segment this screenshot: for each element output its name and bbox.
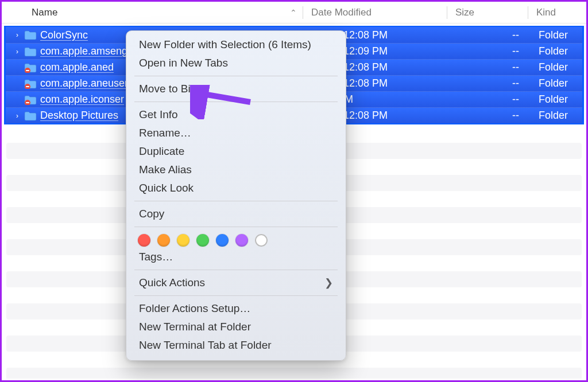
folder-icon [24, 111, 37, 121]
column-header-size[interactable]: Size [447, 7, 528, 18]
menu-label: Quick Look [139, 182, 194, 194]
menu-label: New Folder with Selection (6 Items) [139, 38, 311, 51]
svg-rect-5 [26, 102, 29, 103]
menu-item-move-to-bin[interactable]: Move to Bin [126, 80, 346, 98]
menu-label: Open in New Tabs [139, 57, 228, 69]
file-name[interactable]: com.apple.aned [40, 61, 114, 73]
context-menu: New Folder with Selection (6 Items) Open… [126, 30, 346, 361]
column-header-name-label: Name [32, 7, 57, 18]
column-header-size-label: Size [455, 7, 474, 18]
menu-label: New Terminal at Folder [139, 321, 251, 333]
tag-color-dot[interactable] [216, 234, 229, 247]
column-header-date[interactable]: Date Modified [303, 7, 447, 18]
menu-item-quick-look[interactable]: Quick Look [126, 179, 346, 197]
file-size: -- [450, 77, 531, 89]
file-kind: Folder [531, 110, 582, 122]
file-size: -- [450, 29, 531, 41]
folder-icon [24, 63, 37, 73]
file-name[interactable]: ColorSync [40, 29, 88, 41]
menu-item-new-terminal[interactable]: New Terminal at Folder [126, 318, 346, 336]
file-size: -- [450, 61, 531, 73]
menu-label: Make Alias [139, 163, 192, 176]
svg-rect-1 [26, 70, 29, 71]
menu-item-copy[interactable]: Copy [126, 205, 346, 223]
tag-color-row [126, 231, 346, 248]
menu-item-tags[interactable]: Tags… [126, 248, 346, 266]
menu-item-quick-actions[interactable]: Quick Actions ❯ [126, 274, 346, 292]
tag-color-dot[interactable] [196, 234, 209, 247]
chevron-right-icon: ❯ [324, 276, 333, 289]
menu-separator [134, 102, 338, 102]
tag-color-dot[interactable] [138, 234, 150, 247]
menu-item-duplicate[interactable]: Duplicate [126, 142, 346, 161]
disclosure-triangle-icon[interactable]: › [14, 48, 21, 56]
folder-icon [24, 30, 37, 40]
column-header-date-label: Date Modified [311, 7, 372, 18]
menu-label: Quick Actions [139, 276, 205, 289]
column-header-name[interactable]: Name ⌃ [2, 7, 303, 18]
column-header-row: Name ⌃ Date Modified Size Kind [2, 2, 586, 24]
menu-separator [134, 76, 338, 76]
menu-item-make-alias[interactable]: Make Alias [126, 161, 346, 179]
file-kind: Folder [531, 61, 582, 73]
menu-item-folder-actions[interactable]: Folder Actions Setup… [126, 299, 346, 318]
file-name[interactable]: com.apple.aneuser [40, 77, 128, 89]
menu-item-get-info[interactable]: Get Info [126, 106, 346, 124]
menu-item-new-folder[interactable]: New Folder with Selection (6 Items) [126, 36, 346, 54]
file-kind: Folder [531, 93, 582, 106]
menu-label: Duplicate [139, 145, 184, 158]
file-kind: Folder [531, 29, 582, 41]
menu-label: Get Info [139, 108, 178, 121]
menu-item-rename[interactable]: Rename… [126, 124, 346, 142]
disclosure-triangle-icon[interactable]: › [14, 112, 21, 120]
folder-icon [24, 79, 37, 89]
tag-color-none[interactable] [255, 234, 268, 247]
file-size: -- [450, 110, 531, 122]
tag-color-dot[interactable] [177, 234, 189, 247]
file-kind: Folder [531, 45, 582, 57]
menu-item-open-tabs[interactable]: Open in New Tabs [126, 54, 346, 72]
menu-label: Move to Bin [139, 83, 196, 95]
file-size: -- [450, 45, 531, 57]
folder-icon [24, 46, 37, 57]
disclosure-triangle-icon[interactable]: › [14, 31, 21, 39]
file-name[interactable]: Desktop Pictures [40, 110, 118, 122]
menu-separator [134, 201, 338, 201]
tag-color-dot[interactable] [235, 234, 248, 247]
menu-separator [134, 227, 338, 227]
file-size: -- [450, 93, 531, 106]
menu-label: New Terminal Tab at Folder [139, 339, 272, 352]
file-name[interactable]: com.apple.amseng [40, 45, 127, 57]
sort-indicator-icon: ⌃ [290, 8, 297, 17]
file-name[interactable]: com.apple.iconser [40, 93, 124, 106]
column-header-kind-label: Kind [536, 7, 556, 18]
menu-label: Rename… [139, 127, 191, 139]
menu-item-new-terminal-tab[interactable]: New Terminal Tab at Folder [126, 336, 346, 354]
menu-label: Copy [139, 208, 164, 220]
tag-color-dot[interactable] [157, 234, 170, 247]
folder-icon [24, 95, 37, 105]
column-header-kind[interactable]: Kind [528, 7, 586, 18]
menu-separator [134, 295, 338, 296]
menu-separator [134, 270, 338, 270]
file-kind: Folder [531, 77, 582, 89]
menu-label: Folder Actions Setup… [139, 302, 250, 315]
svg-rect-3 [26, 86, 29, 87]
menu-label: Tags… [139, 251, 173, 263]
